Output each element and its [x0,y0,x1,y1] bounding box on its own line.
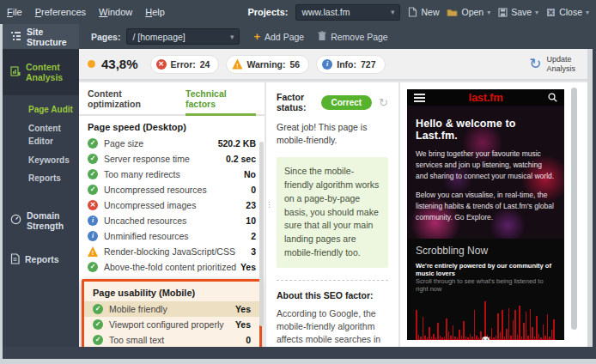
close-icon [546,8,556,17]
factor-row[interactable]: ✓ Page size 520.2 KB [79,136,265,151]
factor-row[interactable]: ✓ Too many redirects No [79,167,265,182]
main-area: 43,8% ✕ Error: 24 ! Warning: 56 i Info: … [79,49,587,347]
preview-scrollbar[interactable] [571,88,577,330]
error-badge[interactable]: ✕ Error: 24 [150,55,220,74]
scrobbling-tagline: We're entirely powered by our community … [416,262,556,277]
waveform-bar [463,321,465,340]
factor-row[interactable]: i Uncached resources 10 [79,213,265,228]
about-title: About this SEO factor: [277,290,388,300]
sidebar-item-reports[interactable]: Reports [3,246,79,273]
usability-title: Page usability (Mobile) [84,282,259,301]
page-speed-title: Page speed (Desktop) [79,116,265,136]
chevron-down-icon[interactable]: ▾ [487,9,490,16]
status-badge: Correct [321,95,373,110]
factor-row[interactable]: ✓ Server response time 0.2 sec [79,151,265,167]
chevron-down-icon[interactable]: ▾ [535,9,538,16]
new-button[interactable]: New [408,7,439,17]
search-icon[interactable] [548,90,557,106]
waveform-bar [513,320,514,340]
menu-window[interactable]: Window [99,7,132,17]
remove-page-button[interactable]: Remove Page [318,31,388,43]
chevron-down-icon: ▾ [391,8,395,16]
factor-row[interactable]: i Unminified resources 2 [79,228,265,244]
info-count: 727 [361,59,376,70]
refresh-icon[interactable]: ↻ [379,96,388,109]
score-value: 43,8% [101,57,138,71]
chevron-down-icon: ▾ [230,33,234,41]
factor-tabs: Content optimization Technical factors [79,82,265,116]
projects-select[interactable]: www.last.fm ▾ [295,4,400,21]
waveform-bar [530,309,532,340]
sidebar-item-domain-strength[interactable]: Domain Strength [3,203,79,238]
scrobble-waveform[interactable]: ❙❙ [416,296,556,340]
waveform-bar [416,310,417,340]
warn-icon: ! [88,246,98,257]
check-icon: ✓ [93,304,103,314]
pages-select[interactable]: / [homepage] ▾ [126,28,240,45]
menu-help[interactable]: Help [145,7,165,17]
warning-badge[interactable]: ! Warning: 56 [226,55,309,74]
factor-row[interactable]: ✓ Mobile friendly Yes [84,301,259,317]
panel-splitter[interactable]: ⋮ [265,202,273,208]
waveform-bar [446,318,447,340]
menubar: File Preferences Window Help Projects: w… [0,0,596,24]
projects-select-value: www.last.fm [301,7,350,17]
save-floppy-icon [498,8,508,17]
cross-icon: ✕ [88,200,98,210]
sidebar-item-page-audit[interactable]: Page Audit [3,100,79,119]
info-badge[interactable]: i Info: 727 [316,55,385,74]
factors-scrollbar[interactable] [259,142,264,326]
open-button[interactable]: Open ▾ [447,7,490,17]
sidebar-item-site-structure[interactable]: Site Structure [3,24,79,49]
info-icon: i [88,231,98,241]
check-icon: ✓ [88,185,98,195]
error-circle-icon: ✕ [156,59,167,70]
lastfm-logo: last.fm [407,91,564,104]
info-circle-icon: i [322,59,332,70]
sidebar-item-keywords[interactable]: Keywords [3,151,79,170]
factor-row[interactable]: ✓ Uncompressed resources 0 [79,182,265,197]
waveform-bar [484,301,486,340]
sidebar-item-reports-sub[interactable]: Reports [3,169,79,188]
menu-file[interactable]: File [7,7,22,17]
waveform-bar [523,323,525,340]
close-button[interactable]: Close ▾ [546,7,589,17]
mobile-preview: last.fm Hello & welcome to Last.fm. We b… [407,89,564,340]
status-bar [3,347,593,359]
menu-preferences[interactable]: Preferences [35,7,86,17]
update-analysis-button[interactable]: ↻ Update Analysis [529,55,579,73]
phone-paragraph-1: We bring together your favourite music s… [416,149,556,183]
stats-bar: 43,8% ✕ Error: 24 ! Warning: 56 i Info: … [79,49,587,81]
factor-row[interactable]: ✓ Too small text 0 [84,332,259,347]
waveform-bar [526,312,527,340]
factor-status-label: Factor status: [277,92,314,112]
projects-label: Projects: [247,7,288,17]
waveform-bar [437,323,439,340]
factor-row[interactable]: ✓ Above-the-fold content prioritized Yes [79,259,265,275]
check-icon: ✓ [88,262,98,272]
sidebar-item-content-editor[interactable]: Content Editor [3,119,79,151]
report-document-icon [10,253,20,266]
waveform-bar [547,314,549,340]
refresh-icon: ↻ [529,57,541,71]
waveform-bar [543,325,544,340]
optimization-score: 43,8% [88,57,138,71]
factor-row[interactable]: ! Render-blocking JavaScript/CSS 3 [79,244,265,259]
tab-technical-factors[interactable]: Technical factors [185,82,256,116]
factor-message: Great job! This page is mobile-friendly. [277,121,388,147]
pages-select-value: / [homepage] [132,32,185,42]
tab-content-optimization[interactable]: Content optimization [88,82,173,116]
mobile-preview-panel: last.fm Hello & welcome to Last.fm. We b… [400,82,587,347]
factors-list: Page speed (Desktop) ✓ Page size 520.2 K… [79,116,265,347]
waveform-bar [474,310,476,340]
sidebar-item-content-analysis[interactable]: Content Analysis [3,55,79,89]
content-analysis-icon [10,66,21,78]
waveform-bar [514,310,516,340]
factor-row[interactable]: ✕ Uncompressed images 23 [79,197,265,213]
add-page-button[interactable]: + Add Page [253,31,304,42]
warning-count: 56 [290,59,301,70]
chevron-down-icon[interactable]: ▾ [586,9,589,16]
factor-row[interactable]: ✓ Viewport configured properly Yes [84,317,259,332]
open-folder-icon [447,8,458,17]
save-button[interactable]: Save ▾ [498,7,538,17]
